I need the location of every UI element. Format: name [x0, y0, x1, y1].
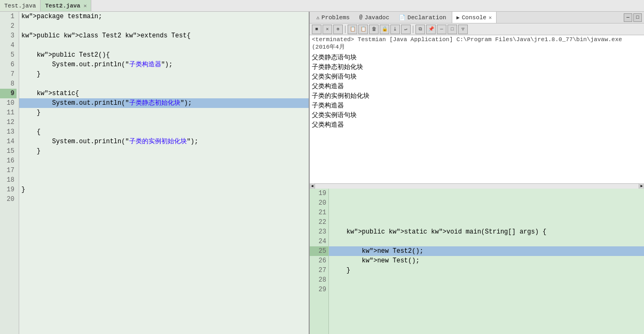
hscroll-thumb[interactable]	[315, 184, 639, 189]
tab-test-java[interactable]: Test.java	[0, 0, 41, 11]
pin-btn[interactable]: 📌	[426, 25, 436, 34]
console-output-line: 子类的实例初始化块	[312, 91, 642, 101]
console-icon: ▶	[457, 14, 460, 21]
toolbar-sep1	[345, 26, 345, 33]
clear-btn[interactable]: 🗑	[369, 25, 379, 34]
tab-javadoc-label: Javadoc	[365, 14, 389, 21]
terminate-btn[interactable]: ■	[312, 25, 321, 34]
right-tab-bar: ⚠ Problems @ Javadoc 📄 Declaration ▶ Con…	[310, 12, 644, 24]
remove-btn[interactable]: ✕	[323, 25, 332, 34]
hscroll-left-btn[interactable]: ◀	[310, 183, 315, 189]
bottom-line-numbers: 1920212223242526272829	[310, 189, 329, 335]
bottom-panel: 1920212223242526272829 kw">public kw">st…	[310, 189, 644, 335]
main-area: 1234567891011121314151617181920 kw">pack…	[0, 12, 644, 334]
javadoc-icon: @	[359, 14, 363, 20]
open-console-btn[interactable]: ⧉	[415, 25, 425, 34]
tab-problems-label: Problems	[321, 14, 350, 21]
problems-icon: ⚠	[316, 14, 319, 21]
minimize-view-btn[interactable]: ─	[624, 13, 632, 22]
bottom-code-lines[interactable]: kw">public kw">static kw">void main(Stri…	[329, 189, 644, 335]
declaration-icon: 📄	[399, 14, 405, 21]
console-output-line: 父类静态语句块	[312, 53, 642, 63]
maximize-btn[interactable]: □	[447, 25, 457, 34]
tab-declaration-label: Declaration	[407, 14, 446, 21]
tab-test2-java[interactable]: Test2.java ✕	[41, 0, 91, 11]
toolbar-sep2	[413, 26, 413, 33]
code-lines[interactable]: kw">package testmain;kw">public kw">clas…	[19, 12, 309, 334]
console-hscrollbar[interactable]: ◀ ▶	[310, 183, 644, 189]
tab-console[interactable]: ▶ Console ✕	[452, 12, 497, 23]
bottom-code-area[interactable]: 1920212223242526272829 kw">public kw">st…	[310, 189, 644, 335]
tab-test2-java-close[interactable]: ✕	[83, 3, 87, 9]
hscroll-right-btn[interactable]: ▶	[639, 183, 644, 189]
console-output-line: 父类构造器	[312, 82, 642, 91]
console-output-line: 父类实例语句块	[312, 72, 642, 82]
tab-problems[interactable]: ⚠ Problems	[312, 12, 354, 23]
console-output-line: 父类实例语句块	[312, 111, 642, 120]
console-output-line: 父类构造器	[312, 120, 642, 130]
copy-btn[interactable]: 📋	[348, 25, 357, 34]
tab-controls: ─ □	[624, 13, 642, 22]
scroll-end-btn[interactable]: ⤓	[390, 25, 400, 34]
code-area[interactable]: 1234567891011121314151617181920 kw">pack…	[0, 12, 309, 334]
paste-btn[interactable]: 📋	[358, 25, 368, 34]
tab-declaration[interactable]: 📄 Declaration	[395, 12, 451, 23]
minimize-btn[interactable]: ─	[437, 25, 446, 34]
editor-panel: 1234567891011121314151617181920 kw">pack…	[0, 12, 310, 334]
tab-test-java-label: Test.java	[4, 3, 36, 9]
console-toolbar: ■ ✕ ⊗ 📋 📋 🗑 🔒 ⤓ ↵ ⧉ 📌 ─ □ ▽	[310, 24, 644, 35]
word-wrap-btn[interactable]: ↵	[401, 25, 411, 34]
console-output-line: 子类静态初始化块	[312, 63, 642, 72]
tab-test2-java-label: Test2.java	[45, 3, 80, 9]
remove-all-btn[interactable]: ⊗	[333, 25, 343, 34]
console-output-line: 子类构造器	[312, 101, 642, 111]
scroll-lock-btn[interactable]: 🔒	[380, 25, 389, 34]
line-numbers: 1234567891011121314151617181920	[0, 12, 19, 334]
view-menu-btn[interactable]: ▽	[458, 25, 468, 34]
editor-tab-bar: Test.java Test2.java ✕	[0, 0, 644, 12]
console-output[interactable]: <terminated> Testmian [Java Application]…	[310, 35, 644, 183]
tab-console-close[interactable]: ✕	[489, 14, 492, 21]
tab-console-label: Console	[462, 14, 486, 21]
maximize-view-btn[interactable]: □	[633, 13, 642, 22]
console-terminated: <terminated> Testmian [Java Application]…	[312, 36, 642, 51]
right-panel: ⚠ Problems @ Javadoc 📄 Declaration ▶ Con…	[310, 12, 644, 334]
tab-javadoc[interactable]: @ Javadoc	[355, 12, 394, 23]
